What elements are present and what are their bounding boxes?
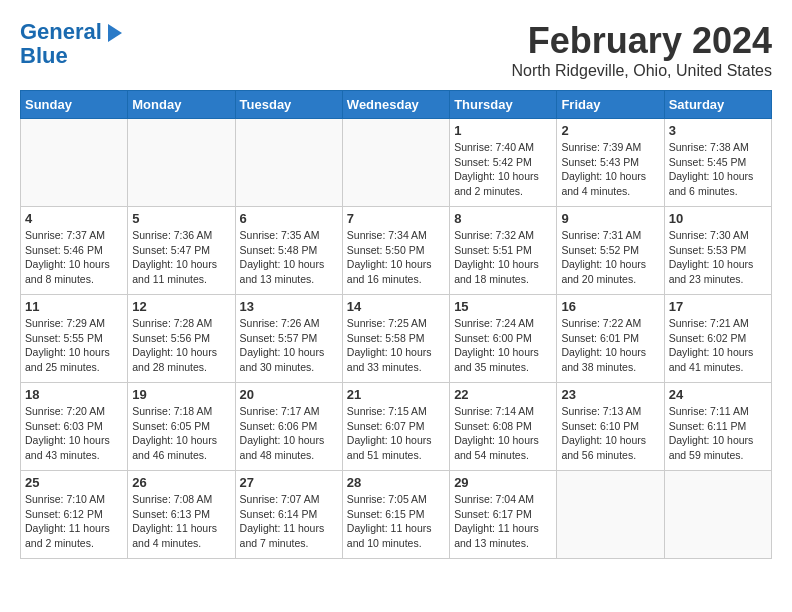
calendar-cell: 16Sunrise: 7:22 AMSunset: 6:01 PMDayligh… — [557, 295, 664, 383]
header-tuesday: Tuesday — [235, 91, 342, 119]
calendar-week-5: 25Sunrise: 7:10 AMSunset: 6:12 PMDayligh… — [21, 471, 772, 559]
calendar-cell: 17Sunrise: 7:21 AMSunset: 6:02 PMDayligh… — [664, 295, 771, 383]
day-info: Sunrise: 7:14 AMSunset: 6:08 PMDaylight:… — [454, 404, 552, 463]
calendar-cell: 13Sunrise: 7:26 AMSunset: 5:57 PMDayligh… — [235, 295, 342, 383]
day-number: 2 — [561, 123, 659, 138]
calendar-cell: 9Sunrise: 7:31 AMSunset: 5:52 PMDaylight… — [557, 207, 664, 295]
calendar-week-1: 1Sunrise: 7:40 AMSunset: 5:42 PMDaylight… — [21, 119, 772, 207]
day-number: 3 — [669, 123, 767, 138]
header-monday: Monday — [128, 91, 235, 119]
logo-text: GeneralBlue — [20, 19, 102, 68]
header-wednesday: Wednesday — [342, 91, 449, 119]
day-number: 28 — [347, 475, 445, 490]
logo: GeneralBlue — [20, 20, 102, 68]
calendar-cell: 25Sunrise: 7:10 AMSunset: 6:12 PMDayligh… — [21, 471, 128, 559]
day-number: 11 — [25, 299, 123, 314]
day-number: 15 — [454, 299, 552, 314]
day-info: Sunrise: 7:17 AMSunset: 6:06 PMDaylight:… — [240, 404, 338, 463]
calendar-week-4: 18Sunrise: 7:20 AMSunset: 6:03 PMDayligh… — [21, 383, 772, 471]
day-number: 4 — [25, 211, 123, 226]
day-info: Sunrise: 7:24 AMSunset: 6:00 PMDaylight:… — [454, 316, 552, 375]
day-info: Sunrise: 7:20 AMSunset: 6:03 PMDaylight:… — [25, 404, 123, 463]
calendar-cell — [128, 119, 235, 207]
calendar-cell: 10Sunrise: 7:30 AMSunset: 5:53 PMDayligh… — [664, 207, 771, 295]
calendar-cell: 20Sunrise: 7:17 AMSunset: 6:06 PMDayligh… — [235, 383, 342, 471]
day-info: Sunrise: 7:21 AMSunset: 6:02 PMDaylight:… — [669, 316, 767, 375]
calendar-cell: 1Sunrise: 7:40 AMSunset: 5:42 PMDaylight… — [450, 119, 557, 207]
calendar-cell — [235, 119, 342, 207]
day-info: Sunrise: 7:31 AMSunset: 5:52 PMDaylight:… — [561, 228, 659, 287]
calendar-cell: 12Sunrise: 7:28 AMSunset: 5:56 PMDayligh… — [128, 295, 235, 383]
day-info: Sunrise: 7:18 AMSunset: 6:05 PMDaylight:… — [132, 404, 230, 463]
day-number: 8 — [454, 211, 552, 226]
day-info: Sunrise: 7:32 AMSunset: 5:51 PMDaylight:… — [454, 228, 552, 287]
calendar-cell: 4Sunrise: 7:37 AMSunset: 5:46 PMDaylight… — [21, 207, 128, 295]
day-info: Sunrise: 7:22 AMSunset: 6:01 PMDaylight:… — [561, 316, 659, 375]
calendar-cell: 19Sunrise: 7:18 AMSunset: 6:05 PMDayligh… — [128, 383, 235, 471]
day-number: 7 — [347, 211, 445, 226]
calendar-table: Sunday Monday Tuesday Wednesday Thursday… — [20, 90, 772, 559]
day-number: 6 — [240, 211, 338, 226]
calendar-cell: 7Sunrise: 7:34 AMSunset: 5:50 PMDaylight… — [342, 207, 449, 295]
day-number: 20 — [240, 387, 338, 402]
day-number: 26 — [132, 475, 230, 490]
day-info: Sunrise: 7:26 AMSunset: 5:57 PMDaylight:… — [240, 316, 338, 375]
day-info: Sunrise: 7:25 AMSunset: 5:58 PMDaylight:… — [347, 316, 445, 375]
day-number: 16 — [561, 299, 659, 314]
day-info: Sunrise: 7:11 AMSunset: 6:11 PMDaylight:… — [669, 404, 767, 463]
day-number: 17 — [669, 299, 767, 314]
page-header: GeneralBlue February 2024 North Ridgevil… — [20, 20, 772, 80]
day-number: 10 — [669, 211, 767, 226]
day-info: Sunrise: 7:08 AMSunset: 6:13 PMDaylight:… — [132, 492, 230, 551]
calendar-cell: 29Sunrise: 7:04 AMSunset: 6:17 PMDayligh… — [450, 471, 557, 559]
calendar-cell: 21Sunrise: 7:15 AMSunset: 6:07 PMDayligh… — [342, 383, 449, 471]
day-number: 18 — [25, 387, 123, 402]
day-info: Sunrise: 7:30 AMSunset: 5:53 PMDaylight:… — [669, 228, 767, 287]
calendar-week-2: 4Sunrise: 7:37 AMSunset: 5:46 PMDaylight… — [21, 207, 772, 295]
day-number: 12 — [132, 299, 230, 314]
calendar-cell — [664, 471, 771, 559]
calendar-cell: 26Sunrise: 7:08 AMSunset: 6:13 PMDayligh… — [128, 471, 235, 559]
day-number: 22 — [454, 387, 552, 402]
day-number: 5 — [132, 211, 230, 226]
day-number: 21 — [347, 387, 445, 402]
day-info: Sunrise: 7:07 AMSunset: 6:14 PMDaylight:… — [240, 492, 338, 551]
day-number: 29 — [454, 475, 552, 490]
calendar-cell: 8Sunrise: 7:32 AMSunset: 5:51 PMDaylight… — [450, 207, 557, 295]
day-info: Sunrise: 7:34 AMSunset: 5:50 PMDaylight:… — [347, 228, 445, 287]
weekday-header-row: Sunday Monday Tuesday Wednesday Thursday… — [21, 91, 772, 119]
calendar-cell — [21, 119, 128, 207]
calendar-cell: 5Sunrise: 7:36 AMSunset: 5:47 PMDaylight… — [128, 207, 235, 295]
calendar-cell: 15Sunrise: 7:24 AMSunset: 6:00 PMDayligh… — [450, 295, 557, 383]
day-number: 14 — [347, 299, 445, 314]
calendar-cell: 23Sunrise: 7:13 AMSunset: 6:10 PMDayligh… — [557, 383, 664, 471]
day-number: 1 — [454, 123, 552, 138]
header-thursday: Thursday — [450, 91, 557, 119]
calendar-cell: 24Sunrise: 7:11 AMSunset: 6:11 PMDayligh… — [664, 383, 771, 471]
day-info: Sunrise: 7:28 AMSunset: 5:56 PMDaylight:… — [132, 316, 230, 375]
calendar-cell — [557, 471, 664, 559]
day-number: 24 — [669, 387, 767, 402]
day-info: Sunrise: 7:39 AMSunset: 5:43 PMDaylight:… — [561, 140, 659, 199]
day-info: Sunrise: 7:35 AMSunset: 5:48 PMDaylight:… — [240, 228, 338, 287]
calendar-cell: 18Sunrise: 7:20 AMSunset: 6:03 PMDayligh… — [21, 383, 128, 471]
day-info: Sunrise: 7:13 AMSunset: 6:10 PMDaylight:… — [561, 404, 659, 463]
calendar-cell: 2Sunrise: 7:39 AMSunset: 5:43 PMDaylight… — [557, 119, 664, 207]
calendar-cell: 27Sunrise: 7:07 AMSunset: 6:14 PMDayligh… — [235, 471, 342, 559]
day-number: 9 — [561, 211, 659, 226]
day-info: Sunrise: 7:15 AMSunset: 6:07 PMDaylight:… — [347, 404, 445, 463]
header-sunday: Sunday — [21, 91, 128, 119]
header-saturday: Saturday — [664, 91, 771, 119]
calendar-cell: 14Sunrise: 7:25 AMSunset: 5:58 PMDayligh… — [342, 295, 449, 383]
day-info: Sunrise: 7:04 AMSunset: 6:17 PMDaylight:… — [454, 492, 552, 551]
calendar-cell: 28Sunrise: 7:05 AMSunset: 6:15 PMDayligh… — [342, 471, 449, 559]
day-info: Sunrise: 7:36 AMSunset: 5:47 PMDaylight:… — [132, 228, 230, 287]
calendar-cell: 22Sunrise: 7:14 AMSunset: 6:08 PMDayligh… — [450, 383, 557, 471]
calendar-cell: 3Sunrise: 7:38 AMSunset: 5:45 PMDaylight… — [664, 119, 771, 207]
header-friday: Friday — [557, 91, 664, 119]
day-number: 13 — [240, 299, 338, 314]
calendar-cell — [342, 119, 449, 207]
day-info: Sunrise: 7:40 AMSunset: 5:42 PMDaylight:… — [454, 140, 552, 199]
day-number: 23 — [561, 387, 659, 402]
day-info: Sunrise: 7:37 AMSunset: 5:46 PMDaylight:… — [25, 228, 123, 287]
